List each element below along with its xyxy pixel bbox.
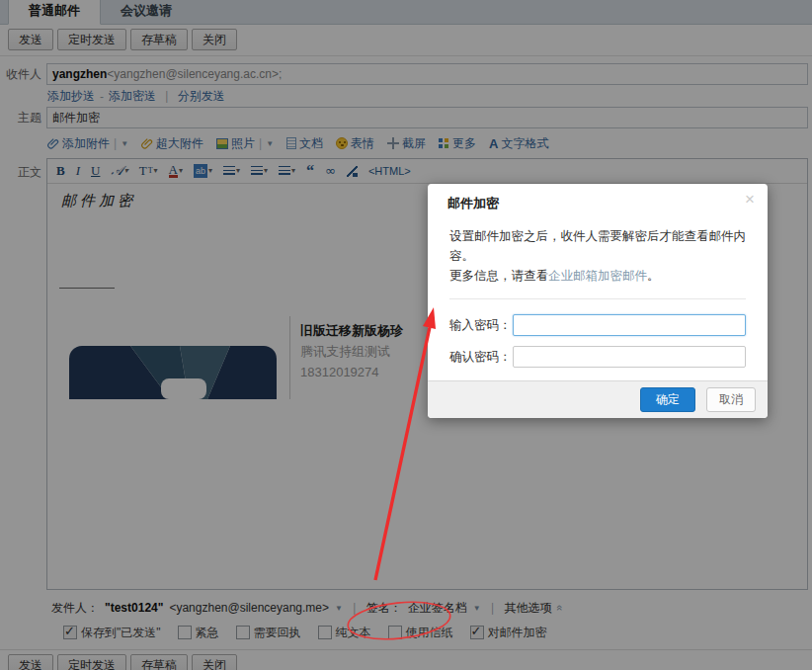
dialog-header: 邮件加密 × xyxy=(428,184,768,220)
encrypt-mail-dialog: 邮件加密 × 设置邮件加密之后，收件人需要解密后才能查看邮件内容。 更多信息，请… xyxy=(428,184,768,418)
desc-suffix: 。 xyxy=(647,269,660,283)
encrypted-mail-help-link[interactable]: 企业邮箱加密邮件 xyxy=(548,269,647,283)
confirm-password-input[interactable] xyxy=(513,346,746,368)
password-input[interactable] xyxy=(513,314,746,336)
password-label: 输入密码： xyxy=(449,317,513,334)
dialog-title: 邮件加密 xyxy=(447,196,499,210)
dialog-description-line1: 设置邮件加密之后，收件人需要解密后才能查看邮件内容。 xyxy=(449,226,746,266)
cancel-button[interactable]: 取消 xyxy=(706,387,756,412)
confirm-password-row: 确认密码： xyxy=(449,346,746,368)
dialog-footer: 确定 取消 xyxy=(428,380,768,418)
dialog-description-line2: 更多信息，请查看企业邮箱加密邮件。 xyxy=(449,266,746,286)
ok-button[interactable]: 确定 xyxy=(640,387,695,412)
password-row: 输入密码： xyxy=(449,314,746,336)
close-icon[interactable]: × xyxy=(745,192,755,208)
compose-window: 普通邮件 会议邀请 发送 定时发送 存草稿 关闭 收件人 yangzhen<ya… xyxy=(0,0,812,670)
dialog-body: 设置邮件加密之后，收件人需要解密后才能查看邮件内容。 更多信息，请查看企业邮箱加… xyxy=(428,220,768,368)
desc-prefix: 更多信息，请查看 xyxy=(449,269,548,283)
confirm-password-label: 确认密码： xyxy=(449,349,513,366)
dialog-divider xyxy=(449,298,746,299)
